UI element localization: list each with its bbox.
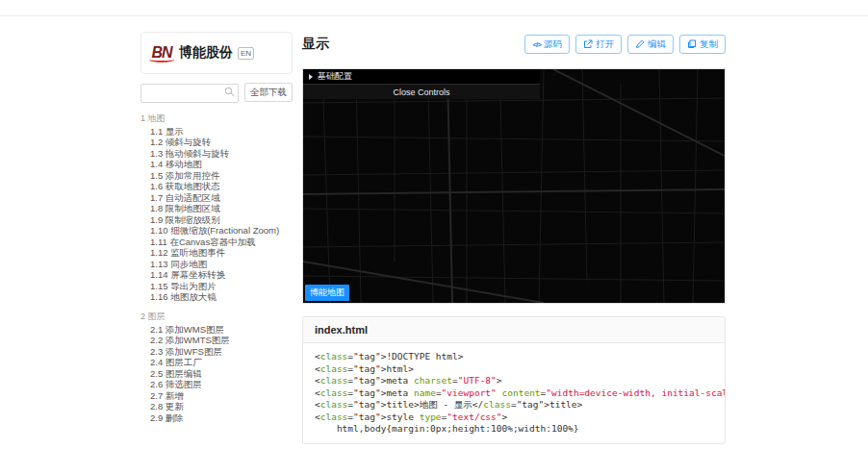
search-box bbox=[140, 83, 239, 103]
nav-section-title: 2 图层 bbox=[140, 311, 293, 322]
page-title: 显示 bbox=[302, 36, 329, 53]
source-code-button[interactable]: </> 源码 bbox=[524, 35, 570, 54]
sidebar-item[interactable]: 1.1 显示 bbox=[140, 126, 293, 137]
source-code-label: 源码 bbox=[544, 38, 562, 51]
edit-icon bbox=[635, 39, 645, 49]
sidebar-item[interactable]: 2.9 删除 bbox=[140, 412, 293, 424]
map-preview[interactable]: 基础配置 Close Controls 博能地图 bbox=[302, 68, 726, 304]
dat-gui-panel: 基础配置 Close Controls bbox=[303, 69, 540, 99]
page: BN 博能股份 EN 全部下载 1 地图1.1 显示1.2 倾斜与旋转1.3 拖… bbox=[0, 0, 868, 444]
edit-label: 编辑 bbox=[648, 38, 666, 51]
sidebar-item[interactable]: 2.1 添加WMS图层 bbox=[140, 324, 293, 336]
sidebar-item[interactable]: 2.5 图层编辑 bbox=[140, 368, 293, 380]
sidebar-item[interactable]: 1.11 在Canvas容器中加载 bbox=[140, 237, 293, 248]
download-all-button[interactable]: 全部下载 bbox=[244, 83, 293, 102]
logo[interactable]: BN 博能股份 EN bbox=[140, 32, 293, 74]
sidebar-item[interactable]: 2.7 新增 bbox=[140, 390, 293, 402]
sidebar-item[interactable]: 1.5 添加常用控件 bbox=[140, 170, 293, 182]
sidebar-item[interactable]: 1.6 获取地图状态 bbox=[140, 181, 293, 192]
sidebar-item[interactable]: 1.7 自动适配区域 bbox=[140, 192, 293, 204]
sidebar-item[interactable]: 2.3 添加WFS图层 bbox=[140, 346, 293, 358]
copy-icon bbox=[687, 39, 697, 49]
language-toggle-badge[interactable]: EN bbox=[238, 47, 254, 60]
search-row: 全部下载 bbox=[140, 83, 293, 103]
sidebar-item[interactable]: 2.8 更新 bbox=[140, 401, 293, 412]
nav-section-title: 1 地图 bbox=[140, 112, 293, 124]
sidebar-item[interactable]: 1.8 限制地图区域 bbox=[140, 203, 293, 214]
open-button[interactable]: 打开 bbox=[575, 35, 622, 54]
sidebar-item[interactable]: 1.14 屏幕坐标转换 bbox=[140, 269, 293, 281]
main-header: 显示 </> 源码 打开 bbox=[302, 32, 726, 57]
map-attribution-badge: 博能地图 bbox=[305, 285, 349, 301]
edit-button[interactable]: 编辑 bbox=[627, 35, 674, 54]
sidebar-item[interactable]: 1.4 移动地图 bbox=[140, 159, 293, 170]
code-block: <class="tag">!DOCTYPE html><class="tag">… bbox=[303, 343, 725, 443]
sidebar-item[interactable]: 1.2 倾斜与旋转 bbox=[140, 137, 293, 148]
sidebar-item[interactable]: 2.6 筛选图层 bbox=[140, 379, 293, 390]
sidebar-item[interactable]: 2.4 图层工厂 bbox=[140, 357, 293, 368]
logo-swoosh-icon bbox=[149, 57, 174, 62]
top-divider bbox=[0, 0, 868, 16]
open-label: 打开 bbox=[596, 38, 614, 51]
sidebar-nav: 1 地图1.1 显示1.2 倾斜与旋转1.3 拖动倾斜与旋转1.4 移动地图1.… bbox=[140, 112, 293, 424]
copy-label: 复制 bbox=[700, 38, 718, 51]
toolbar: </> 源码 打开 bbox=[524, 35, 726, 54]
sidebar-item[interactable]: 1.3 拖动倾斜与旋转 bbox=[140, 148, 293, 160]
logo-bn-mark: BN bbox=[149, 44, 174, 62]
sidebar-item[interactable]: 1.16 地图放大镜 bbox=[140, 291, 293, 303]
code-icon: </> bbox=[532, 40, 541, 49]
gui-folder-basic-config[interactable]: 基础配置 bbox=[303, 69, 540, 85]
sidebar-item[interactable]: 1.9 限制缩放级别 bbox=[140, 214, 293, 226]
sidebar: BN 博能股份 EN 全部下载 1 地图1.1 显示1.2 倾斜与旋转1.3 拖… bbox=[140, 32, 293, 444]
main-content: 显示 </> 源码 打开 bbox=[302, 32, 726, 444]
gui-close-controls-button[interactable]: Close Controls bbox=[303, 85, 540, 99]
gui-folder-label: 基础配置 bbox=[318, 70, 352, 83]
map-streets-graphic bbox=[303, 69, 725, 303]
sidebar-item[interactable]: 2.2 添加WMTS图层 bbox=[140, 335, 293, 346]
sidebar-item[interactable]: 1.10 细微缩放(Fractional Zoom) bbox=[140, 225, 293, 237]
sidebar-item[interactable]: 1.13 同步地图 bbox=[140, 259, 293, 270]
external-link-icon bbox=[583, 39, 593, 49]
code-filename: index.html bbox=[303, 317, 725, 343]
caret-right-icon bbox=[309, 74, 313, 80]
logo-brand-text: 博能股份 bbox=[179, 44, 233, 62]
sidebar-item[interactable]: 1.12 监听地图事件 bbox=[140, 247, 293, 259]
sidebar-item[interactable]: 1.15 导出为图片 bbox=[140, 281, 293, 292]
copy-button[interactable]: 复制 bbox=[679, 35, 726, 54]
search-icon[interactable] bbox=[224, 87, 235, 97]
code-panel: index.html <class="tag">!DOCTYPE html><c… bbox=[302, 316, 726, 444]
